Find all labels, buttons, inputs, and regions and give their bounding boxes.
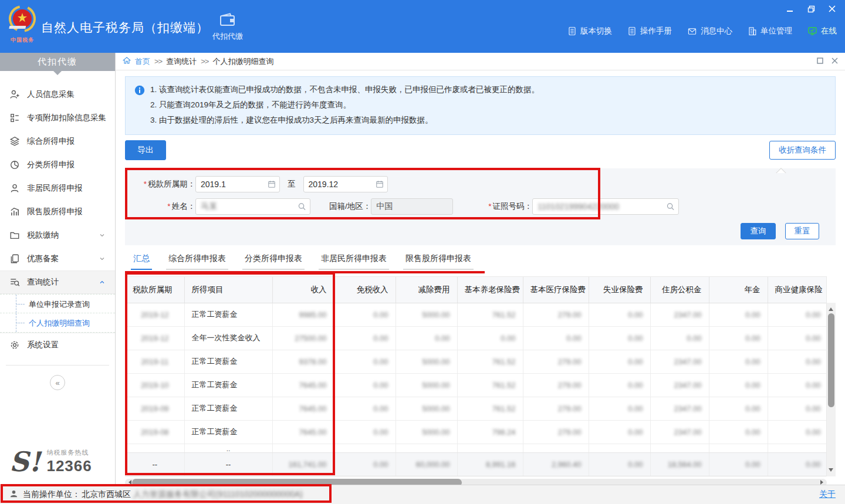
column-header-4: 减除费用 [396,277,457,303]
tab-0[interactable]: 汇总 [131,253,152,270]
cell-r5c5: 798.24 [457,420,523,444]
tab-3[interactable]: 非居民所得申报表 [319,253,389,270]
tab-4[interactable]: 限售股所得申报表 [403,253,474,270]
sidebar-item-comprehensive-income[interactable]: 综合所得申报 [0,130,115,153]
period-from-input[interactable]: 2019.1 [195,176,280,192]
horizontal-scrollbar[interactable] [125,479,827,485]
cell-r1c6: 0.00 [523,326,589,350]
scroll-up-icon[interactable] [829,305,833,311]
top-header: 中国税务 自然人电子税务局（扣缴端） 代扣代缴 版本切换操作手册消息中心单位管理… [0,0,845,53]
cell-r0c6: 279.00 [523,303,589,326]
copy-icon [9,253,20,264]
sidebar-item-personnel[interactable]: 人员信息采集 [0,83,115,106]
cell-r4c7: 0.00 [589,397,650,420]
restore-icon[interactable] [804,4,818,14]
sidebar-item-query-statistics[interactable]: 查询统计 [0,270,115,294]
cell-r1c1: 全年一次性奖金收入 [184,326,272,350]
window-controls [783,4,839,14]
building-icon [748,26,757,36]
table-row[interactable]: 2019-12全年一次性奖金收入27500.000.000.000.000.00… [126,326,827,350]
cell-r3c10: 0.00 [768,373,827,397]
calendar-icon[interactable] [268,180,276,188]
top-menu-version-switch[interactable]: 版本切换 [567,26,612,36]
home-icon [123,56,131,66]
layers-icon [9,136,20,147]
tab-2[interactable]: 分类所得申报表 [242,253,305,270]
sidebar-header: 代扣代缴 [0,53,115,71]
minimize-icon[interactable] [783,4,797,14]
vertical-scrollbar[interactable] [827,303,836,476]
vertical-scroll-thumb[interactable] [828,313,834,407]
horizontal-scroll-thumb[interactable] [132,479,462,485]
column-header-8: 住房公积金 [650,277,709,303]
cell-r5c2: 7645.00 [272,420,334,444]
top-menu-org-manage[interactable]: 单位管理 [748,26,792,36]
cell-r4c4: 5000.00 [396,397,457,420]
sidebar-collapse-button[interactable]: « [50,375,65,390]
breadcrumb-separator: >> [201,57,208,66]
tab-withholding-module[interactable]: 代扣代缴 [204,13,251,42]
hotline-block: S! 纳税服务热线 12366 [9,448,92,475]
scroll-left-icon[interactable] [126,480,131,485]
id-number-input[interactable]: 110102199904220000 [532,198,679,215]
calendar-icon[interactable] [376,180,384,188]
column-header-7: 失业保险费 [589,277,650,303]
current-unit-masked: 人力资源服务有限公司(91110102000000000A) [133,489,303,500]
query-button[interactable]: 查询 [741,223,776,239]
sidebar-item-classified-income[interactable]: 分类所得申报 [0,153,115,177]
close-icon[interactable] [825,4,839,14]
panel-close-icon[interactable] [832,57,838,66]
tab-1[interactable]: 综合所得申报表 [166,253,228,270]
total-cell-10: 0.00 [768,452,827,476]
table-row[interactable]: 2019-10正常工资薪金7645.000.005000.00761.52279… [126,373,827,397]
doc-icon [567,26,577,36]
bar-chart-icon [9,207,20,217]
total-cell-2: 161,741.00 [272,452,334,476]
scroll-down-icon[interactable] [829,468,833,474]
top-menu-manual[interactable]: 操作手册 [627,26,672,36]
column-header-3: 免税收入 [334,277,396,303]
tax-emblem-logo: 中国税务 [6,5,39,44]
table-row[interactable]: 2019-09正常工资薪金7645.000.005000.00761.52279… [126,397,827,420]
search-icon[interactable] [666,202,675,211]
cell-r2c5: 761.52 [457,350,523,373]
cell-r0c9: 0.00 [709,303,768,326]
table-row[interactable]: 2019-11正常工资薪金9378.000.005000.00761.52279… [126,350,827,373]
cell-r3c3: 0.00 [334,373,396,397]
export-button[interactable]: 导出 [125,140,166,160]
about-link[interactable]: 关于 [819,489,836,500]
sidebar-item-nonresident-income[interactable]: 非居民所得申报 [0,177,115,200]
top-menu-message-center[interactable]: 消息中心 [687,26,732,36]
breadcrumb-item-1[interactable]: 查询统计 [166,56,197,67]
search-icon[interactable] [298,202,306,211]
period-to-value: 2019.12 [309,180,339,189]
breadcrumb-home[interactable]: 首页 [135,56,150,67]
sidebar-item-tax-payment[interactable]: 税款缴纳 [0,224,115,247]
scroll-right-icon[interactable] [820,480,826,485]
cell-r1c4: 0.00 [396,326,457,350]
cell-r4c10: 0.00 [768,397,827,420]
sidebar-subitem-personal-withholding-query[interactable]: 个人扣缴明细查询 [0,313,115,333]
hotline-number: 12366 [46,457,92,475]
sidebar-item-preferential-filing[interactable]: 优惠备案 [0,247,115,270]
sidebar-item-special-deduction[interactable]: 专项附加扣除信息采集 [0,106,115,130]
name-input[interactable]: 马某 [195,198,310,215]
table-row[interactable]: 2019-12正常工资薪金9985.000.005000.00761.52279… [126,303,827,326]
cell-r0c8: 2347.00 [650,303,709,326]
cell-r4c3: 0.00 [334,397,396,420]
total-cell-0: -- [126,452,184,476]
cell-r1c8: 0.00 [650,326,709,350]
sidebar-subitem-unit-declare-query[interactable]: 单位申报记录查询 [0,294,115,313]
table-row[interactable]: 2019-08正常工资薪金7645.000.005000.00798.24279… [126,420,827,444]
panel-maximize-icon[interactable] [817,57,823,66]
period-to-input[interactable]: 2019.12 [303,176,388,192]
notice-line-2: 2. 只能查询2019年及之后的数据，不能进行跨年度查询。 [150,97,826,113]
reset-button[interactable]: 重置 [785,223,819,239]
breadcrumb-separator: >> [154,57,162,66]
sidebar-item-restricted-shares[interactable]: 限售股所得申报 [0,200,115,224]
total-cell-7: 0.00 [589,452,650,476]
name-value: 马某 [201,201,217,212]
required-mark: * [144,180,147,188]
sidebar-item-system-settings[interactable]: 系统设置 [0,333,115,357]
collapse-query-button[interactable]: 收折查询条件 [769,141,836,160]
